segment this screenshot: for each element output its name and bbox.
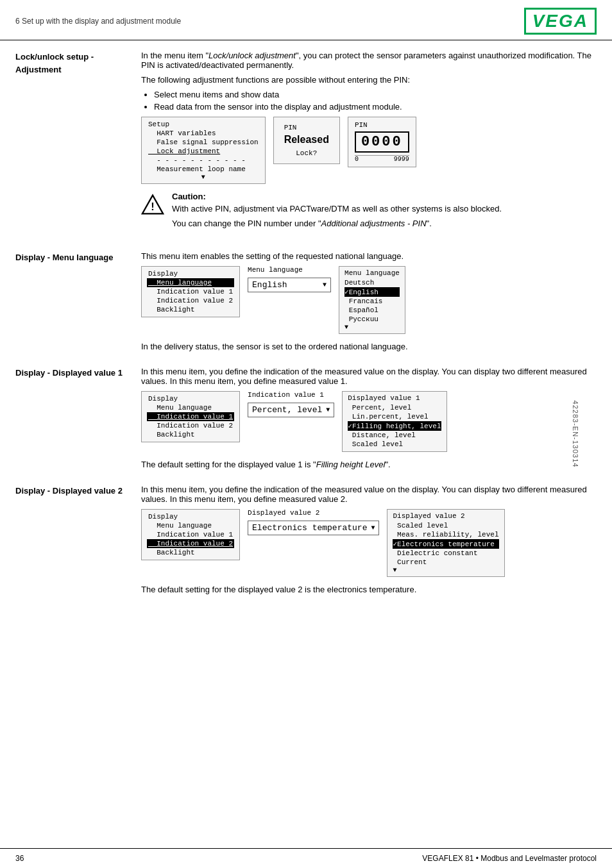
mid-dropdown-title: Menu language [248, 266, 331, 274]
lock-left-diagram: Setup HART variables False signal suppre… [141, 117, 266, 184]
dv1-mid-title: Indication value 1 [248, 391, 334, 399]
pin-range: 0 9999 [355, 155, 409, 163]
dv2-mid: Displayed value 2 Electronics temperatur… [248, 509, 379, 535]
dv1-opt-linpercent: Lin.percent, level [348, 412, 441, 421]
diag-false-signal: False signal suppression [147, 138, 260, 147]
dv1-footer: The default setting for the displayed va… [141, 460, 597, 469]
diag-lock-adj: Lock adjustment [147, 147, 260, 156]
caution-title: Caution: [172, 192, 597, 201]
lang-espanol: Español [344, 306, 400, 315]
dv1-opt-filling: ✓Filling height, level [348, 421, 441, 431]
caution-icon: ! [141, 193, 164, 216]
section-body-dv1: In this menu item, you define the indica… [141, 367, 597, 474]
menu-lang-options: Menu language Deutsch ✓English Francais … [339, 266, 405, 334]
diag-ind-val2: Indication value 2 [147, 296, 234, 305]
dv2-options: Displayed value 2 Scaled level Meas. rel… [387, 509, 504, 577]
dv1-diagram-row: Display Menu language Indication value 1… [141, 391, 597, 452]
diag-meas-loop: Measurement loop name [147, 165, 260, 174]
lang-deutsch: Deutsch [344, 278, 400, 287]
diag-backlight: Backlight [147, 305, 234, 314]
dv2-dropdown-value: Electronics temperature [252, 523, 367, 533]
section-label-lock-unlock: Lock/unlock setup - Adjustment [15, 51, 141, 241]
dv1-opt-distance: Distance, level [348, 431, 441, 440]
dv1-ind-val1-item: Indication value 1 [147, 412, 234, 421]
dv2-opt-scaled: Scaled level [393, 521, 498, 530]
dv1-options: Displayed value 1 Percent, level Lin.per… [342, 391, 446, 452]
dv1-opt-percent: Percent, level [348, 403, 441, 412]
dv2-opt-dielectric: Dielectric constant [393, 549, 498, 558]
pin-max: 9999 [394, 156, 409, 163]
bullet-2: Read data from the sensor into the displ… [154, 102, 597, 112]
dv2-intro: In this menu item, you define the indica… [141, 485, 597, 504]
dv1-dropdown[interactable]: Percent, level ▼ [248, 403, 334, 417]
doc-title: VEGAFLEX 81 • Modbus and Levelmaster pro… [422, 854, 597, 863]
menu-lang-intro: This menu item enables the setting of th… [141, 251, 597, 261]
caution-block: ! Caution: With active PIN, adjustment v… [141, 192, 597, 233]
dv2-dropdown[interactable]: Electronics temperature ▼ [248, 521, 379, 535]
lock-right-diagram: PIN 0000 0 9999 [348, 117, 416, 167]
pin-min: 0 [355, 156, 359, 163]
dv1-backlight: Backlight [147, 430, 234, 439]
dv2-backlight: Backlight [147, 548, 234, 557]
pin-title-1: PIN [284, 124, 329, 131]
lock-unlock-intro1: In the menu item "Lock/unlock adjustment… [141, 51, 597, 70]
dv2-menu-lang: Menu language [147, 521, 234, 530]
svg-text:!: ! [151, 201, 154, 212]
page-footer: 36 VEGAFLEX 81 • Modbus and Levelmaster … [0, 848, 612, 868]
lang-francais: Francais [344, 297, 400, 306]
diag-ind-val1: Indication value 1 [147, 287, 234, 296]
section-body-dv2: In this menu item, you define the indica… [141, 485, 597, 599]
dv2-mid-title: Displayed value 2 [248, 509, 379, 517]
dv2-opt-meas: Meas. reliability, level [393, 530, 498, 539]
dv2-display-title: Display [147, 512, 234, 521]
section-displayed-val-1: Display - Displayed value 1 In this menu… [15, 367, 597, 474]
section-label-dv1: Display - Displayed value 1 [15, 367, 141, 474]
lock-unlock-bullets: Select menu items and show data Read dat… [154, 90, 597, 112]
diag-hart-vars: HART variables [147, 129, 260, 138]
bullet-1: Select menu items and show data [154, 90, 597, 99]
dv1-left-diagram: Display Menu language Indication value 1… [141, 391, 240, 442]
menu-lang-mid: Menu language English ▼ [248, 266, 331, 292]
lock-unlock-intro2: The following adjustment functions are p… [141, 75, 597, 85]
section-displayed-val-2: Display - Displayed value 2 In this menu… [15, 485, 597, 599]
dv1-menu-lang: Menu language [147, 403, 234, 412]
dv2-options-title: Displayed value 2 [393, 512, 498, 520]
dv1-dropdown-arrow-icon: ▼ [326, 406, 330, 413]
breadcrumb: 6 Set up with the display and adjustment… [15, 17, 181, 26]
dv2-opt-electronics: ✓Electronics temperature [393, 539, 498, 549]
dv1-display-title: Display [147, 394, 234, 403]
diag-setup-title: Setup [147, 120, 260, 129]
pin-lock-question: Lock? [284, 149, 329, 157]
lang-english: ✓English [344, 287, 400, 297]
content-wrapper: Lock/unlock setup - Adjustment In the me… [0, 46, 612, 642]
dropdown-value-english: English [252, 280, 287, 290]
dv1-opt-scaled: Scaled level [348, 440, 441, 449]
dv1-options-title: Displayed value 1 [348, 394, 441, 402]
diag-menu-lang-item: Menu language [147, 278, 234, 287]
section-menu-language: Display - Menu language This menu item e… [15, 251, 597, 356]
dv1-mid: Indication value 1 Percent, level ▼ [248, 391, 334, 417]
section-label-menu-language: Display - Menu language [15, 251, 141, 356]
caution-p1: With active PIN, adjustment via PACTware… [172, 204, 597, 213]
menu-lang-dropdown[interactable]: English ▼ [248, 278, 331, 292]
page-number: 36 [15, 854, 24, 863]
menu-lang-left-diagram: Display Menu language Indication value 1… [141, 266, 240, 317]
section-body-menu-language: This menu item enables the setting of th… [141, 251, 597, 356]
diag-separator-dashes: - - - - - - - - - - - [147, 156, 260, 165]
dv2-opt-current: Current [393, 558, 498, 567]
diag-display-title: Display [147, 269, 234, 278]
dv1-dropdown-value: Percent, level [252, 405, 322, 415]
dropdown-arrow-icon: ▼ [323, 281, 327, 288]
dv2-ind-val1: Indication value 1 [147, 530, 234, 539]
section-body-lock-unlock: In the menu item "Lock/unlock adjustment… [141, 51, 597, 241]
dv2-diagram-row: Display Menu language Indication value 1… [141, 509, 597, 577]
lang-russian: Pyccкuu [344, 315, 400, 324]
pin-title-2: PIN [355, 121, 409, 129]
dv2-dropdown-arrow-icon: ▼ [371, 524, 375, 531]
lang-options-title: Menu language [344, 269, 400, 277]
pin-released: Released [284, 134, 329, 146]
caution-text-block: Caution: With active PIN, adjustment via… [172, 192, 597, 233]
section-lock-unlock: Lock/unlock setup - Adjustment In the me… [15, 51, 597, 241]
dv1-intro: In this menu item, you define the indica… [141, 367, 597, 386]
dv2-footer: The default setting for the displayed va… [141, 585, 597, 594]
